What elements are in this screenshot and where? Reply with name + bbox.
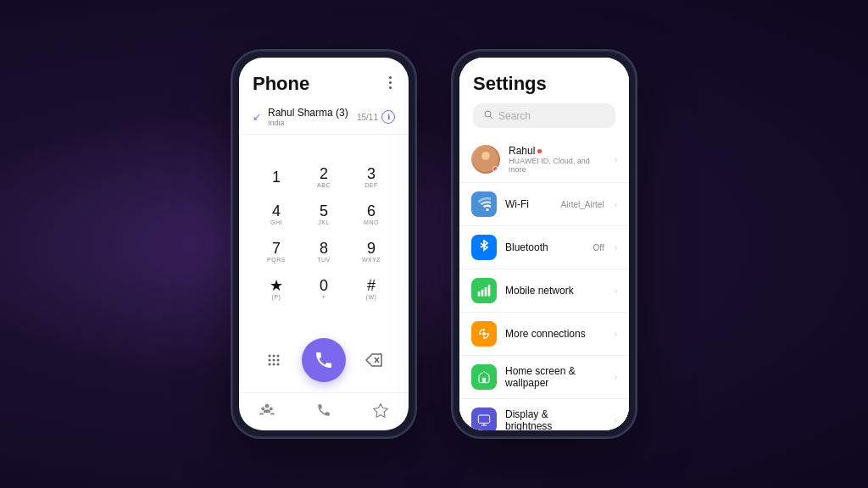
key-9-letters: WXYZ xyxy=(362,257,381,263)
online-indicator xyxy=(492,166,498,172)
more-connections-chevron-icon: › xyxy=(615,330,617,339)
caller-location: India xyxy=(268,119,350,127)
key-6-letters: MNO xyxy=(364,219,379,225)
svg-line-15 xyxy=(490,116,492,119)
key-7-num: 7 xyxy=(272,241,281,256)
dial-key-1[interactable]: 1 xyxy=(254,159,298,195)
caller-name: Rahul Sharma (3) xyxy=(268,107,350,119)
dial-key-hash[interactable]: # (W) xyxy=(349,271,393,307)
bluetooth-chevron-icon: › xyxy=(615,243,617,252)
nav-favorites-icon[interactable] xyxy=(367,398,394,422)
settings-item-wifi[interactable]: Wi-Fi Airtel_Airtel › xyxy=(459,183,629,226)
wifi-icon xyxy=(471,191,497,217)
key-star-letters: (P) xyxy=(272,294,281,300)
svg-point-8 xyxy=(277,363,280,366)
svg-rect-25 xyxy=(478,415,489,423)
svg-point-0 xyxy=(269,355,271,358)
svg-point-2 xyxy=(277,355,280,358)
settings-item-mobile-network[interactable]: Mobile network › xyxy=(459,269,629,313)
dial-key-7[interactable]: 7 PQRS xyxy=(254,234,298,269)
call-button[interactable] xyxy=(302,338,346,382)
settings-item-home-screen[interactable]: Home screen & wallpaper › xyxy=(459,356,629,399)
profile-item[interactable]: Rahul HUAWEI ID, Cloud, and more › xyxy=(459,136,629,183)
dot2 xyxy=(389,81,392,84)
dial-actions xyxy=(239,331,409,392)
svg-point-13 xyxy=(270,407,273,410)
settings-item-more-connections[interactable]: More connections › xyxy=(459,313,629,356)
call-info: Rahul Sharma (3) India xyxy=(268,107,350,127)
menu-dots-button[interactable] xyxy=(386,73,395,92)
bottom-nav xyxy=(239,392,409,430)
key-0-letters: + xyxy=(322,294,326,300)
dial-row-3: 7 PQRS 8 TUV 9 WXYZ xyxy=(253,234,395,269)
info-button[interactable]: ℹ xyxy=(381,110,395,124)
svg-point-6 xyxy=(269,363,271,366)
svg-rect-24 xyxy=(482,378,486,382)
svg-point-5 xyxy=(277,359,280,362)
wifi-label: Wi-Fi xyxy=(505,198,553,210)
home-screen-icon xyxy=(471,364,497,390)
profile-name: Rahul xyxy=(509,145,604,157)
mobile-network-chevron-icon: › xyxy=(615,286,617,296)
dial-key-0[interactable]: 0 + xyxy=(302,271,346,307)
key-5-num: 5 xyxy=(320,203,328,219)
profile-info: Rahul HUAWEI ID, Cloud, and more xyxy=(509,145,604,174)
backspace-icon[interactable] xyxy=(359,345,389,375)
dial-key-star[interactable]: ★ (P) xyxy=(254,271,298,307)
key-6-num: 6 xyxy=(367,203,376,219)
mobile-network-icon xyxy=(471,278,497,303)
dot3 xyxy=(389,86,392,89)
wifi-chevron-icon: › xyxy=(615,200,617,209)
dial-key-5[interactable]: 5 JKL xyxy=(302,197,346,232)
svg-point-1 xyxy=(273,355,275,358)
svg-point-12 xyxy=(262,407,265,410)
settings-list: Rahul HUAWEI ID, Cloud, and more › xyxy=(459,136,629,430)
key-7-letters: PQRS xyxy=(267,257,286,263)
settings-title: Settings xyxy=(473,73,615,95)
dial-row-1: 1 2 ABC 3 DEF xyxy=(253,159,395,195)
svg-point-14 xyxy=(485,111,491,117)
key-4-num: 4 xyxy=(272,203,281,219)
search-bar[interactable]: Search xyxy=(473,103,615,128)
dial-row-4: ★ (P) 0 + # (W) xyxy=(253,271,395,307)
dial-key-9[interactable]: 9 WXYZ xyxy=(349,234,393,269)
svg-point-7 xyxy=(273,363,275,366)
key-star-num: ★ xyxy=(270,278,283,293)
key-1-num: 1 xyxy=(272,169,281,185)
phone-settings: Settings Search xyxy=(451,49,637,439)
settings-item-display[interactable]: Display & brightness › xyxy=(459,399,629,430)
display-icon xyxy=(471,408,497,430)
key-0-num: 0 xyxy=(320,278,328,293)
key-hash-letters: (W) xyxy=(366,294,377,300)
avatar xyxy=(471,145,500,174)
keypad-icon[interactable] xyxy=(259,345,289,375)
dot1 xyxy=(389,76,392,79)
display-chevron-icon: › xyxy=(615,416,617,425)
key-3-num: 3 xyxy=(367,166,376,181)
dial-key-2[interactable]: 2 ABC xyxy=(302,159,346,195)
svg-point-3 xyxy=(269,359,271,362)
key-8-num: 8 xyxy=(320,241,328,256)
home-screen-label: Home screen & wallpaper xyxy=(505,365,596,389)
profile-notification-dot xyxy=(537,149,542,153)
dialer-header: Phone xyxy=(239,58,409,100)
phone-dialer: Phone ↙ Rahul Sharma (3) India 1 xyxy=(231,49,417,439)
key-4-letters: GHI xyxy=(270,219,282,225)
key-5-letters: JKL xyxy=(318,219,330,225)
call-meta: 15/11 ℹ xyxy=(357,110,395,124)
dial-key-3[interactable]: 3 DEF xyxy=(349,159,393,195)
display-label: Display & brightness xyxy=(505,408,596,430)
key-2-letters: ABC xyxy=(317,182,331,188)
key-8-letters: TUV xyxy=(317,257,331,263)
dial-key-8[interactable]: 8 TUV xyxy=(302,234,346,269)
more-connections-label: More connections xyxy=(505,328,596,340)
nav-call-icon[interactable] xyxy=(310,398,337,422)
key-9-num: 9 xyxy=(367,241,376,256)
dial-key-6[interactable]: 6 MNO xyxy=(349,197,393,232)
profile-chevron-icon: › xyxy=(615,155,617,164)
recent-call-item[interactable]: ↙ Rahul Sharma (3) India 15/11 ℹ xyxy=(239,100,409,135)
nav-recents-icon[interactable] xyxy=(253,398,281,422)
dial-key-4[interactable]: 4 GHI xyxy=(254,197,298,232)
svg-point-23 xyxy=(482,332,486,336)
settings-item-bluetooth[interactable]: Bluetooth Off › xyxy=(459,226,629,269)
